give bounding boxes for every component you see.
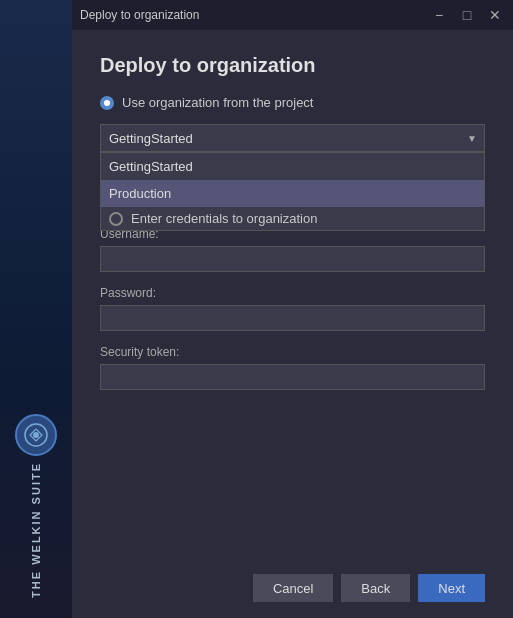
use-org-radio[interactable] [100, 96, 114, 110]
enter-credentials-label: Enter credentials to organization [131, 211, 317, 226]
password-label: Password: [100, 286, 485, 300]
cancel-button[interactable]: Cancel [253, 574, 333, 602]
dialog-title: Deploy to organization [100, 54, 485, 77]
main-content: Deploy to organization − □ ✕ Deploy to o… [72, 0, 513, 618]
org-option-gettingstarted[interactable]: GettingStarted [101, 153, 484, 180]
password-input[interactable] [100, 305, 485, 331]
dialog-body: Deploy to organization Use organization … [72, 30, 513, 564]
security-token-input[interactable] [100, 364, 485, 390]
org-dropdown-arrow-icon: ▼ [467, 133, 477, 144]
org-dropdown-wrapper: GettingStarted ▼ GettingStarted Producti… [100, 124, 485, 152]
org-dropdown-value: GettingStarted [109, 131, 193, 146]
org-dropdown-menu: GettingStarted Production Enter credenti… [100, 152, 485, 231]
enter-credentials-row: Enter credentials to organization [101, 207, 484, 230]
security-token-group: Security token: [100, 345, 485, 390]
org-dropdown[interactable]: GettingStarted ▼ [100, 124, 485, 152]
dialog-footer: Cancel Back Next [72, 564, 513, 618]
minimize-button[interactable]: − [429, 5, 449, 25]
window-title: Deploy to organization [80, 8, 199, 22]
sidebar: THE WELKIN SUITE [0, 0, 72, 618]
maximize-button[interactable]: □ [457, 5, 477, 25]
username-group: Username: [100, 227, 485, 272]
svg-point-1 [33, 432, 39, 438]
enter-credentials-radio[interactable] [109, 212, 123, 226]
use-org-label: Use organization from the project [122, 95, 313, 110]
close-button[interactable]: ✕ [485, 5, 505, 25]
app-logo-icon [15, 414, 57, 456]
org-option-production[interactable]: Production [101, 180, 484, 207]
next-button[interactable]: Next [418, 574, 485, 602]
password-group: Password: [100, 286, 485, 331]
window-controls: − □ ✕ [429, 5, 505, 25]
security-token-label: Security token: [100, 345, 485, 359]
titlebar: Deploy to organization − □ ✕ [72, 0, 513, 30]
sidebar-logo: THE WELKIN SUITE [15, 414, 57, 598]
username-input[interactable] [100, 246, 485, 272]
brand-label: THE WELKIN SUITE [30, 462, 42, 598]
back-button[interactable]: Back [341, 574, 410, 602]
use-org-radio-row[interactable]: Use organization from the project [100, 95, 485, 110]
